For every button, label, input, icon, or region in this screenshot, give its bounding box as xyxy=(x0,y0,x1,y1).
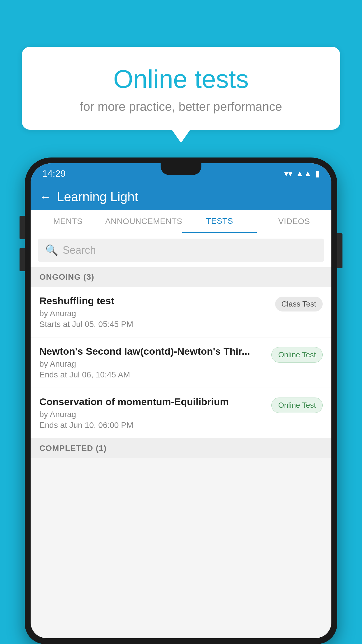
test-author: by Anurag xyxy=(39,309,269,318)
wifi-icon: ▾▾ xyxy=(284,169,292,178)
test-name: Newton's Second law(contd)-Newton's Thir… xyxy=(39,346,266,357)
tabs-bar: MENTS ANNOUNCEMENTS TESTS VIDEOS xyxy=(31,210,331,233)
search-container: 🔍 Search xyxy=(31,233,331,267)
test-date: Starts at Jul 05, 05:45 PM xyxy=(39,320,269,329)
test-info: Newton's Second law(contd)-Newton's Thir… xyxy=(39,346,271,379)
app-header: ← Learning Light xyxy=(31,184,331,210)
test-author: by Anurag xyxy=(39,359,266,369)
test-item[interactable]: Reshuffling test by Anurag Starts at Jul… xyxy=(31,287,331,337)
tab-tests[interactable]: TESTS xyxy=(182,210,257,233)
test-list: Reshuffling test by Anurag Starts at Jul… xyxy=(31,287,331,438)
completed-section-header: COMPLETED (1) xyxy=(31,438,331,458)
speech-bubble: Online tests for more practice, better p… xyxy=(22,47,340,130)
power-button[interactable] xyxy=(337,233,342,268)
test-info: Conservation of momentum-Equilibrium by … xyxy=(39,396,271,430)
app-title: Learning Light xyxy=(57,190,138,204)
tab-announcements[interactable]: ANNOUNCEMENTS xyxy=(105,210,182,233)
phone-notch xyxy=(161,163,201,175)
test-date: Ends at Jun 10, 06:00 PM xyxy=(39,421,266,430)
tab-ments[interactable]: MENTS xyxy=(31,210,105,233)
test-badge-online-test: Online Test xyxy=(271,347,323,363)
phone-frame: 14:29 ▾▾ ▲▲ ▮ ← Learning Light MENTS ANN… xyxy=(25,158,337,644)
back-button[interactable]: ← xyxy=(39,190,51,204)
test-badge-online-test-2: Online Test xyxy=(271,398,323,413)
test-author: by Anurag xyxy=(39,410,266,419)
status-icons: ▾▾ ▲▲ ▮ xyxy=(284,169,320,178)
ongoing-section-header: ONGOING (3) xyxy=(31,267,331,287)
test-item[interactable]: Newton's Second law(contd)-Newton's Thir… xyxy=(31,337,331,388)
tab-videos[interactable]: VIDEOS xyxy=(257,210,331,233)
test-date: Ends at Jul 06, 10:45 AM xyxy=(39,370,266,379)
volume-up-button[interactable] xyxy=(20,216,25,239)
search-placeholder: Search xyxy=(63,244,96,256)
speech-bubble-title: Online tests xyxy=(36,64,326,94)
speech-bubble-subtitle: for more practice, better performance xyxy=(36,100,326,114)
search-icon: 🔍 xyxy=(45,244,58,256)
volume-down-button[interactable] xyxy=(20,248,25,271)
test-name: Reshuffling test xyxy=(39,295,269,307)
test-info: Reshuffling test by Anurag Starts at Jul… xyxy=(39,295,275,329)
phone-screen: 14:29 ▾▾ ▲▲ ▮ ← Learning Light MENTS ANN… xyxy=(31,163,331,638)
status-time: 14:29 xyxy=(42,168,66,179)
signal-icon: ▲▲ xyxy=(296,169,312,178)
test-item[interactable]: Conservation of momentum-Equilibrium by … xyxy=(31,388,331,438)
search-bar[interactable]: 🔍 Search xyxy=(38,239,324,262)
test-name: Conservation of momentum-Equilibrium xyxy=(39,396,266,407)
test-badge-class-test: Class Test xyxy=(275,297,323,312)
battery-icon: ▮ xyxy=(315,169,320,178)
